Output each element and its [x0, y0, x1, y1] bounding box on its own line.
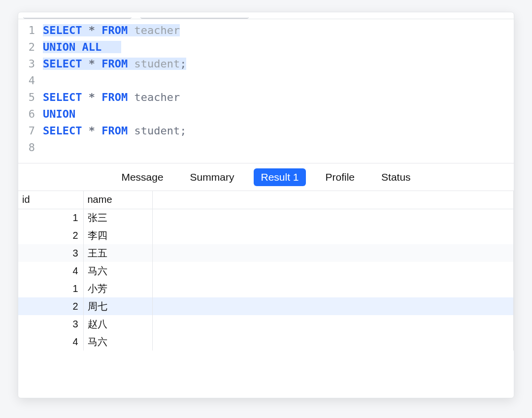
table-row[interactable]: 2李四	[18, 226, 514, 244]
cell-name[interactable]: 马六	[83, 333, 152, 351]
code-line[interactable]	[43, 72, 514, 89]
table-row[interactable]: 3王五	[18, 244, 514, 262]
cell-id[interactable]: 1	[18, 280, 83, 297]
token-kw: ALL	[82, 41, 101, 53]
cell-id[interactable]: 1	[18, 209, 83, 226]
result-header-row: id name	[18, 191, 514, 209]
toolbar-chip	[140, 15, 249, 19]
code-line[interactable]: SELECT * FROM teacher	[43, 22, 514, 39]
token-sp	[128, 24, 134, 36]
cell-id[interactable]: 2	[18, 226, 83, 244]
line-number: 1	[18, 22, 35, 39]
cell-empty	[152, 262, 514, 280]
token-selid: teacher	[134, 24, 180, 36]
token-sp	[95, 125, 101, 137]
token-kw: FROM	[101, 125, 128, 137]
token-kw: SELECT	[43, 24, 82, 36]
table-row[interactable]: 3赵八	[18, 315, 514, 333]
token-sp	[95, 91, 101, 103]
table-row[interactable]: 4马六	[18, 333, 514, 351]
cell-empty	[152, 315, 514, 333]
token-sp	[82, 58, 88, 70]
token-kw: FROM	[101, 58, 128, 70]
code-line[interactable]: UNION ALL	[43, 39, 514, 56]
cell-name[interactable]: 马六	[83, 262, 152, 280]
line-number: 7	[18, 123, 35, 139]
result-grid[interactable]: id name 1张三2李四3王五4马六1小芳2周七3赵八4马六	[18, 191, 514, 398]
table-row[interactable]: 2周七	[18, 297, 514, 315]
sql-editor-window: 12345678 SELECT * FROM teacherUNION ALL …	[18, 12, 514, 398]
token-sp	[128, 58, 134, 70]
code-line[interactable]: SELECT * FROM student;	[43, 56, 514, 72]
token-sp	[128, 125, 134, 137]
token-kw: UNION	[43, 108, 75, 120]
cell-id[interactable]: 3	[18, 244, 83, 262]
token-op: *	[89, 58, 95, 70]
code-line[interactable]: SELECT * FROM student;	[43, 123, 514, 139]
code-line[interactable]	[43, 139, 514, 156]
cell-empty	[152, 209, 514, 226]
token-kw: SELECT	[43, 125, 82, 137]
token-kw: SELECT	[43, 91, 82, 103]
token-id: student	[134, 125, 180, 137]
token-sp	[75, 41, 82, 53]
cell-name[interactable]: 王五	[83, 244, 152, 262]
cell-id[interactable]: 4	[18, 262, 83, 280]
column-header-name[interactable]: name	[83, 191, 152, 209]
sql-editor[interactable]: 12345678 SELECT * FROM teacherUNION ALL …	[18, 19, 514, 163]
token-sp	[128, 91, 134, 103]
cell-name[interactable]: 赵八	[83, 315, 152, 333]
code-line[interactable]: SELECT * FROM teacher	[43, 89, 514, 106]
token-id: teacher	[134, 91, 180, 103]
tab-summary[interactable]: Summary	[183, 168, 241, 186]
token-sp	[95, 58, 101, 70]
cell-id[interactable]: 4	[18, 333, 83, 351]
cell-empty	[152, 226, 514, 244]
token-op: *	[89, 24, 95, 36]
line-number: 2	[18, 39, 35, 56]
token-kw: UNION	[43, 41, 75, 53]
token-op: *	[89, 91, 95, 103]
code-area[interactable]: SELECT * FROM teacherUNION ALL SELECT * …	[43, 22, 514, 156]
code-line[interactable]: UNION	[43, 106, 514, 123]
token-sp	[82, 91, 88, 103]
cell-name[interactable]: 李四	[83, 226, 152, 244]
cell-empty	[152, 333, 514, 351]
cell-name[interactable]: 周七	[83, 297, 152, 315]
table-row[interactable]: 1小芳	[18, 280, 514, 297]
cell-name[interactable]: 张三	[83, 209, 152, 226]
tab-message[interactable]: Message	[114, 168, 170, 186]
toolbar-chip	[23, 15, 132, 19]
tab-profile[interactable]: Profile	[319, 168, 362, 186]
tab-status[interactable]: Status	[374, 168, 418, 186]
cell-empty	[152, 280, 514, 297]
token-pn: ;	[180, 58, 186, 70]
column-header-id[interactable]: id	[18, 191, 83, 209]
line-number: 6	[18, 106, 35, 123]
cell-id[interactable]: 3	[18, 315, 83, 333]
token-kw: FROM	[101, 24, 128, 36]
token-kw: FROM	[101, 91, 128, 103]
table-row[interactable]: 1张三	[18, 209, 514, 226]
cell-id[interactable]: 2	[18, 297, 83, 315]
line-number: 3	[18, 56, 35, 72]
token-sp	[101, 41, 121, 53]
token-sp	[82, 24, 88, 36]
token-sp	[95, 24, 101, 36]
token-op: *	[89, 125, 95, 137]
table-row[interactable]: 4马六	[18, 262, 514, 280]
toolbar-stub	[18, 12, 514, 19]
token-pn: ;	[180, 125, 186, 137]
token-sp	[82, 125, 88, 137]
tab-result-1[interactable]: Result 1	[254, 168, 305, 186]
column-header-empty	[152, 191, 514, 209]
line-number: 8	[18, 139, 35, 156]
line-number: 4	[18, 72, 35, 89]
cell-empty	[152, 244, 514, 262]
token-kw: SELECT	[43, 58, 82, 70]
cell-name[interactable]: 小芳	[83, 280, 152, 297]
line-number: 5	[18, 89, 35, 106]
result-tabbar: MessageSummaryResult 1ProfileStatus	[18, 163, 514, 191]
line-number-gutter: 12345678	[18, 22, 43, 156]
token-selid: student	[134, 58, 180, 70]
